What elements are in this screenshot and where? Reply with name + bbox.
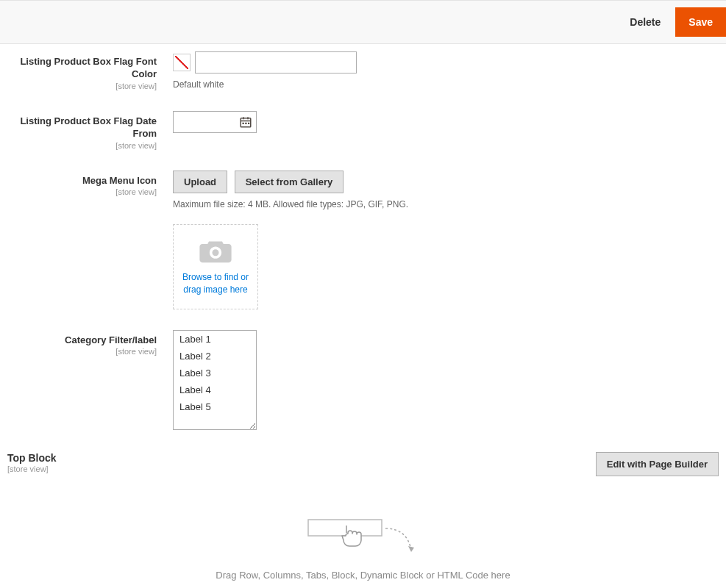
scope-label: [store view] — [0, 187, 157, 196]
edit-pagebuilder-button[interactable]: Edit with Page Builder — [596, 452, 719, 476]
action-header: Delete Save — [0, 0, 726, 44]
date-from-label: Listing Product Box Flag Date From — [0, 115, 157, 140]
pagebuilder-stage[interactable]: Drag Row, Columns, Tabs, Block, Dynamic … — [7, 485, 719, 588]
camera-icon — [199, 237, 232, 264]
scope-label: [store view] — [0, 141, 157, 150]
font-color-label: Listing Product Box Flag Font Color — [0, 56, 157, 81]
top-block-header: Top Block [store view] Edit with Page Bu… — [0, 452, 726, 476]
svg-marker-9 — [408, 546, 414, 552]
field-row-mega-menu-icon: Mega Menu Icon [store view] Upload Selec… — [0, 171, 726, 309]
pagebuilder-illustration — [301, 514, 426, 561]
svg-rect-4 — [243, 123, 244, 124]
calendar-icon[interactable] — [239, 115, 252, 129]
field-row-date-from: Listing Product Box Flag Date From [stor… — [0, 111, 726, 150]
field-row-font-color: Listing Product Box Flag Font Color [sto… — [0, 51, 726, 90]
color-swatch[interactable] — [173, 54, 191, 71]
svg-rect-8 — [308, 520, 382, 536]
list-item[interactable]: Label 4 — [174, 381, 256, 398]
svg-point-7 — [213, 250, 219, 257]
list-item[interactable]: Label 1 — [174, 331, 256, 348]
list-item[interactable]: Label 5 — [174, 398, 256, 415]
svg-rect-6 — [248, 123, 249, 124]
scope-label: [store view] — [0, 347, 157, 356]
mega-menu-icon-label: Mega Menu Icon — [0, 175, 157, 187]
pagebuilder-placeholder: Drag Row, Columns, Tabs, Block, Dynamic … — [216, 570, 510, 581]
upload-hint: Maximum file size: 4 MB. Allowed file ty… — [173, 199, 719, 209]
font-color-hint: Default white — [173, 79, 719, 90]
image-dropzone[interactable]: Browse to find or drag image here — [173, 224, 258, 309]
top-block-label: Top Block — [7, 452, 57, 464]
save-button[interactable]: Save — [675, 7, 726, 37]
scope-label: [store view] — [0, 82, 157, 90]
list-item[interactable]: Label 2 — [174, 348, 256, 365]
field-row-category-filter: Category Filter/label [store view] Label… — [0, 330, 726, 430]
dropzone-text: Browse to find or drag image here — [178, 271, 253, 295]
font-color-input[interactable] — [195, 51, 357, 74]
category-filter-select[interactable]: Label 1 Label 2 Label 3 Label 4 Label 5 — [173, 330, 257, 430]
category-filter-label: Category Filter/label — [0, 334, 157, 347]
svg-rect-5 — [245, 123, 246, 124]
scope-label: [store view] — [7, 465, 596, 473]
select-gallery-button[interactable]: Select from Gallery — [235, 171, 344, 193]
list-item[interactable]: Label 3 — [174, 365, 256, 381]
upload-button[interactable]: Upload — [173, 171, 227, 193]
delete-button[interactable]: Delete — [615, 9, 675, 35]
form-area: Listing Product Box Flag Font Color [sto… — [0, 44, 726, 588]
